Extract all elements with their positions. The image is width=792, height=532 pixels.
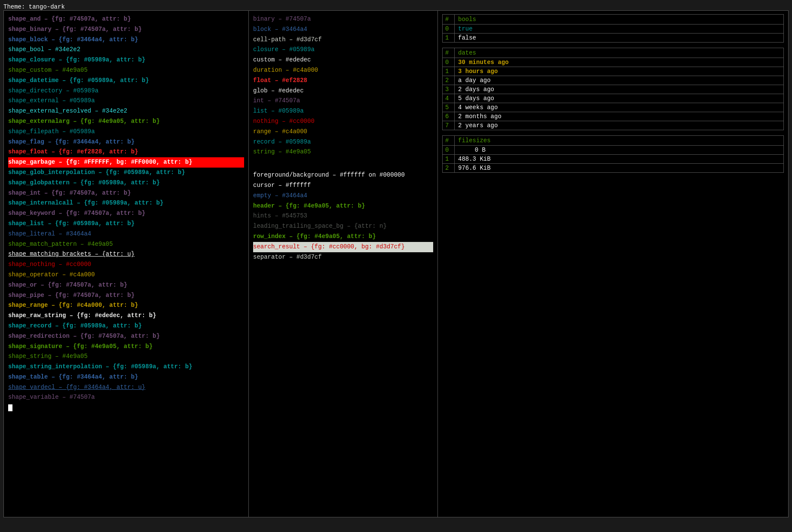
line-shape-keyword: shape_keyword – {fg: #74507a, attr: b} [8,208,244,219]
line-shape-globpattern: shape_globpattern – {fg: #05989a, attr: … [8,178,244,188]
line-float: float – #ef2828 [253,76,433,86]
line-shape-literal: shape_literal – #3464a4 [8,229,244,239]
line-empty: empty – #3464a4 [253,191,433,201]
line-shape-string-interpolation: shape_string_interpolation – {fg: #05989… [8,362,244,372]
dates-val-1: 3 hours ago [455,67,501,76]
line-leading-trailing: leading_trailing_space_bg – {attr: n} [253,221,433,232]
line-hints: hints – #545753 [253,211,433,221]
line-cell-path: cell-path – #d3d7cf [253,35,433,45]
line-range: range – #c4a000 [253,127,433,137]
dates-row-2: 2 a day ago [443,76,783,85]
bools-row-0: 0 true [443,24,783,34]
line-shape-raw-string: shape_raw_string – {fg: #ededec, attr: b… [8,311,244,321]
left-column: shape_and – {fg: #74507a, attr: b} shape… [4,11,249,517]
line-shape-redirection: shape_redirection – {fg: #74507a, attr: … [8,331,244,342]
line-cursor: cursor – #ffffff [253,180,433,191]
dates-header-row: # dates [443,48,783,58]
middle-column: binary – #74507a block – #3464a4 cell-pa… [249,11,438,517]
line-shape-internalcall: shape_internalcall – {fg: #05989a, attr:… [8,198,244,208]
bools-num-0: 0 [443,24,455,33]
line-shape-float: shape_float – {fg: #ef2828, attr: b} [8,147,244,157]
line-closure: closure – #05989a [253,45,433,55]
line-shape-record: shape_record – {fg: #05989a, attr: b} [8,321,244,331]
filesizes-val-1: 488.3 KiB [455,155,494,163]
filesizes-num-1: 1 [443,155,455,163]
line-record: record – #05989a [253,137,433,147]
bools-table: # bools 0 true 1 false [442,14,784,43]
line-shape-list: shape_list – {fg: #05989a, attr: b} [8,219,244,229]
line-shape-or: shape_or – {fg: #74507a, attr: b} [8,280,244,290]
line-shape-table: shape_table – {fg: #3464a4, attr: b} [8,372,244,382]
right-column: # bools 0 true 1 false # dates 0 30 minu… [438,11,788,517]
line-shape-variable: shape_variable – #74507a [8,392,244,403]
line-custom: custom – #ededec [253,55,433,65]
dates-row-4: 4 5 days ago [443,94,783,103]
dates-val-4: 5 days ago [455,94,498,103]
dates-num-0: 0 [443,58,455,67]
filesizes-header-row: # filesizes [443,136,783,146]
filesizes-val-0: 0 B [455,146,489,154]
line-shape-block: shape_block – {fg: #3464a4, attr: b} [8,35,244,45]
filesizes-row-0: 0 0 B [443,146,783,155]
line-shape-external: shape_external – #05989a [8,96,244,106]
dates-num-2: 2 [443,76,455,85]
line-shape-signature: shape_signature – {fg: #4e9a05, attr: b} [8,342,244,352]
dates-val-3: 2 days ago [455,85,498,94]
dates-row-5: 5 4 weeks ago [443,103,783,112]
line-int: int – #74507a [253,96,433,106]
dates-val-0: 30 minutes ago [455,58,512,67]
line-shape-directory: shape_directory – #05989a [8,86,244,96]
filesizes-table: # filesizes 0 0 B 1 488.3 KiB 2 976.6 Ki… [442,135,784,173]
filesizes-val-2: 976.6 KiB [455,164,494,172]
line-shape-and: shape_and – {fg: #74507a, attr: b} [8,14,244,24]
line-duration: duration – #c4a000 [253,65,433,76]
dates-val-5: 4 weeks ago [455,103,501,112]
dates-num-3: 3 [443,85,455,94]
line-nothing: nothing – #cc0000 [253,116,433,127]
line-shape-external-resolved: shape_external_resolved – #34e2e2 [8,106,244,116]
cursor-line [8,404,244,411]
bools-row-1: 1 false [443,34,783,42]
line-shape-closure: shape_closure – {fg: #05989a, attr: b} [8,55,244,65]
line-shape-string: shape_string – #4e9a05 [8,352,244,362]
dates-header-num: # [443,48,455,58]
line-shape-bool: shape_bool – #34e2e2 [8,45,244,55]
line-binary: binary – #74507a [253,14,433,24]
line-shape-glob-interpolation: shape_glob_interpolation – {fg: #05989a,… [8,168,244,178]
line-separator: separator – #d3d7cf [253,252,433,263]
dates-row-7: 7 2 years ago [443,121,783,130]
line-shape-binary: shape_binary – {fg: #74507a, attr: b} [8,24,244,35]
line-shape-vardecl: shape_vardecl – {fg: #3464a4, attr: u} [8,382,244,393]
bools-val-0: true [455,24,476,33]
cursor-block [8,404,12,411]
dates-row-1: 1 3 hours ago [443,67,783,76]
bools-header-num: # [443,15,455,24]
bools-header-label: bools [455,15,480,24]
filesizes-row-2: 2 976.6 KiB [443,164,783,172]
dates-header-label: dates [455,48,480,58]
main-container: shape_and – {fg: #74507a, attr: b} shape… [3,10,789,517]
middle-gap [253,157,433,170]
line-shape-garbage: shape_garbage – {fg: #FFFFFF, bg: #FF000… [8,157,244,168]
dates-num-1: 1 [443,67,455,76]
line-list: list – #05989a [253,106,433,116]
line-shape-custom: shape_custom – #4e9a05 [8,65,244,76]
line-shape-matching-brackets: shape_matching_brackets – {attr: u} [8,249,244,260]
dates-row-3: 3 2 days ago [443,85,783,94]
line-shape-range: shape_range – {fg: #c4a000, attr: b} [8,300,244,311]
line-search-result: search_result – {fg: #cc0000, bg: #d3d7c… [253,242,433,252]
line-header: header – {fg: #4e9a05, attr: b} [253,201,433,211]
line-glob: glob – #ededec [253,86,433,96]
dates-num-7: 7 [443,121,455,130]
line-shape-datetime: shape_datetime – {fg: #05989a, attr: b} [8,76,244,86]
line-shape-flag: shape_flag – {fg: #3464a4, attr: b} [8,137,244,147]
bools-header-row: # bools [443,15,783,24]
line-block: block – #3464a4 [253,24,433,35]
line-shape-externalarg: shape_externalarg – {fg: #4e9a05, attr: … [8,116,244,127]
dates-num-4: 4 [443,94,455,103]
bools-val-1: false [455,34,480,42]
filesizes-num-2: 2 [443,164,455,172]
line-string: string – #4e9a05 [253,147,433,157]
line-shape-nothing: shape_nothing – #cc0000 [8,260,244,270]
filesizes-header-num: # [443,136,455,145]
